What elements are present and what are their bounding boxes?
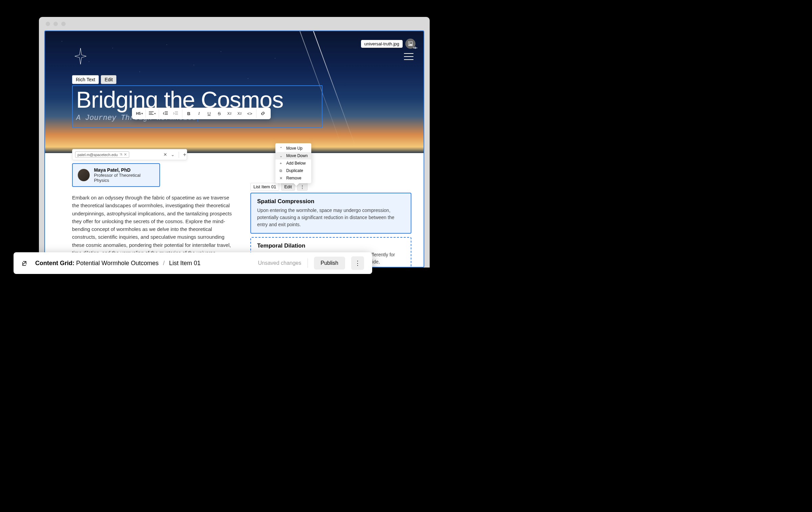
window-traffic-lights — [46, 22, 66, 26]
underline-button[interactable]: U — [204, 109, 214, 118]
chevron-up-icon: ⌃ — [279, 146, 283, 151]
outdent-button[interactable] — [160, 109, 171, 118]
list-item-edit-button[interactable]: Edit — [281, 183, 295, 191]
svg-point-1 — [409, 43, 410, 44]
author-card[interactable]: Maya Patel, PhD Professor of Theoretical… — [72, 163, 160, 187]
field-edit-button[interactable]: Edit — [101, 75, 116, 84]
menu-remove[interactable]: ✕Remove — [275, 174, 311, 182]
page-canvas: universal-truth.jpg Rich Text Edit Bridg… — [44, 30, 424, 268]
chip-remove-icon[interactable]: ✕ — [124, 152, 127, 157]
list-item-label: List Item 01 — [250, 183, 279, 191]
author-title: Professor of Theoretical Physics — [94, 173, 155, 183]
plus-icon: + — [279, 161, 283, 165]
card-title: Spatial Compression — [257, 198, 405, 205]
list-item-kebab-button[interactable]: ⋮ — [297, 183, 308, 191]
code-button[interactable]: <> — [245, 109, 255, 118]
author-avatar — [77, 169, 90, 182]
publish-button[interactable]: Publish — [314, 257, 345, 270]
article-body: patel.m@spacetech.edu ✕ ✕ ⌄ + Maya Patel… — [45, 153, 424, 167]
more-actions-button[interactable]: ⋮ — [351, 256, 364, 270]
open-icon — [119, 153, 122, 156]
align-button[interactable] — [147, 109, 157, 118]
image-filename-label: universal-truth.jpg — [361, 40, 403, 48]
hero-image-chip: universal-truth.jpg — [361, 39, 415, 49]
rich-text-toolbar: H5 B I U S X2 X2 <> — [132, 108, 271, 119]
duplicate-icon: ⧉ — [279, 169, 283, 173]
list-item-toolbar: List Item 01 Edit ⋮ — [250, 183, 411, 191]
menu-add-below[interactable]: +Add Below — [275, 159, 311, 167]
external-link-icon[interactable] — [22, 260, 28, 266]
link-button[interactable] — [258, 109, 268, 118]
menu-move-down[interactable]: ⌄Move Down — [275, 152, 311, 159]
hamburger-menu-icon[interactable] — [404, 53, 413, 60]
field-type-toolbar: Rich Text Edit — [72, 75, 116, 84]
strike-button[interactable]: S — [214, 109, 224, 118]
heading-select[interactable]: H5 — [135, 109, 144, 118]
image-settings-button[interactable] — [405, 39, 415, 49]
clear-button[interactable]: ✕ — [162, 152, 168, 157]
italic-button[interactable]: I — [194, 109, 204, 118]
close-icon: ✕ — [279, 176, 283, 180]
superscript-button[interactable]: X2 — [234, 109, 245, 118]
hero-title-editor[interactable]: Bridging the Cosmos A Journey Through Wo… — [72, 85, 322, 128]
list-item-context-menu: ⌃Move Up ⌄Move Down +Add Below ⧉Duplicat… — [275, 143, 311, 183]
outcome-card[interactable]: Spatial Compression Upon entering the wo… — [250, 193, 411, 234]
subscript-button[interactable]: X2 — [224, 109, 234, 118]
author-name: Maya Patel, PhD — [94, 167, 155, 173]
add-reference-button[interactable]: + — [179, 152, 184, 158]
chevron-down-icon: ⌄ — [279, 154, 283, 158]
site-logo-star-icon — [75, 48, 86, 66]
card-body: Upon entering the wormhole, space may un… — [257, 207, 405, 228]
bold-button[interactable]: B — [184, 109, 194, 118]
menu-duplicate[interactable]: ⧉Duplicate — [275, 167, 311, 174]
field-type-label: Rich Text — [72, 75, 99, 84]
hero-image-block[interactable]: universal-truth.jpg Rich Text Edit Bridg… — [45, 31, 424, 153]
card-title: Temporal Dilation — [257, 242, 405, 249]
save-status-label: Unsaved changes — [258, 260, 301, 266]
article-paragraph[interactable]: Embark on an odyssey through the fabric … — [72, 194, 234, 257]
author-email-chip[interactable]: patel.m@spacetech.edu ✕ — [75, 151, 129, 158]
dropdown-button[interactable]: ⌄ — [170, 152, 175, 157]
menu-move-up[interactable]: ⌃Move Up — [275, 145, 311, 152]
editor-breadcrumb-bar: Content Grid: Potential Wormhole Outcome… — [14, 252, 372, 274]
app-window: universal-truth.jpg Rich Text Edit Bridg… — [39, 17, 430, 268]
breadcrumb: Content Grid: Potential Wormhole Outcome… — [35, 260, 201, 267]
indent-button[interactable] — [171, 109, 181, 118]
author-reference-toolbar: patel.m@spacetech.edu ✕ ✕ ⌄ + — [72, 149, 187, 160]
